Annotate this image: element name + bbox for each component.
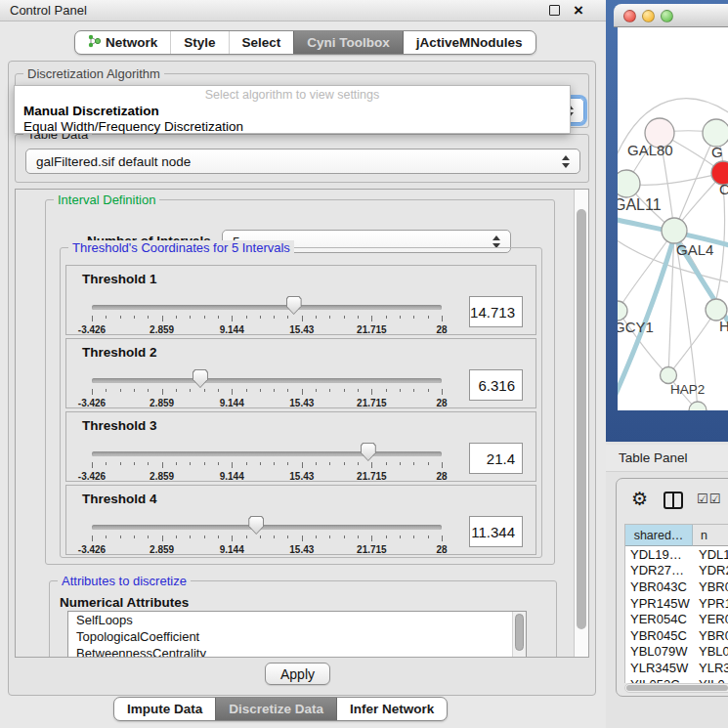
column-header-0[interactable]: shared… (625, 525, 693, 546)
node-label: GCY1 (618, 319, 654, 335)
network-window-titlebar[interactable] (614, 4, 728, 27)
tab-label: Infer Network (350, 702, 434, 716)
network-node[interactable] (689, 402, 707, 410)
threshold-value-field[interactable]: 14.713 (469, 296, 523, 327)
table-cell: YPR145W (625, 595, 693, 612)
minimize-traffic-light-icon[interactable] (642, 10, 655, 22)
panel-scrollbar[interactable] (574, 190, 588, 657)
select-columns-icon[interactable]: ☑☑ (697, 492, 721, 506)
scale-label: 2.859 (150, 544, 174, 555)
table-hscrollbar-thumb[interactable] (626, 685, 728, 691)
scale-label: -3.426 (78, 471, 106, 482)
table-row[interactable]: YBL079WYBL0 (625, 644, 728, 661)
slider-thumb[interactable] (193, 369, 208, 388)
attribute-item-selfloops[interactable]: SelfLoops (68, 612, 526, 628)
algorithm-option-manual-discretization[interactable]: Manual Discretization (15, 104, 570, 119)
split-columns-icon[interactable] (664, 492, 683, 509)
tab-label: Discretize Data (229, 702, 323, 716)
threshold-value-field[interactable]: 21.4 (469, 443, 523, 474)
threshold-value-field[interactable]: 6.316 (469, 369, 523, 401)
table-row[interactable]: YDR27…YDR2 (625, 563, 728, 579)
algorithm-popup-hint: Select algorithm to view settings (15, 86, 570, 104)
threshold-panel-3: Threshold 3-3.4262.8599.14415.4321.71528… (65, 411, 536, 482)
scale-label: 2.859 (150, 471, 174, 482)
network-node-gal4[interactable] (662, 218, 687, 243)
slider-scale-labels: -3.4262.8599.14415.4321.71528 (92, 324, 442, 335)
tab-infer-network[interactable]: Infer Network (336, 698, 447, 720)
column-header-1[interactable]: n (693, 525, 728, 546)
table-cell: YBL0 (693, 644, 728, 661)
right-side: GAL80GCGAL11GAL4GCY1HHAP2 Table Panel ⚙ … (606, 0, 728, 728)
scale-label: 21.715 (357, 398, 387, 408)
tab-network[interactable]: Network (75, 31, 170, 54)
table-cell: YLR345W (625, 660, 693, 676)
tab-select[interactable]: Select (229, 31, 294, 54)
table-data-group: Table Data galFiltered.sif default node (15, 134, 589, 183)
list-scrollbar[interactable] (512, 612, 526, 658)
node-label: GAL80 (627, 142, 673, 158)
node-label: GAL4 (676, 241, 713, 258)
list-scrollbar-thumb[interactable] (515, 614, 524, 651)
table-row[interactable]: YBR043CYBR0 (625, 578, 728, 595)
network-node-g[interactable] (703, 119, 728, 147)
table-panel-body: ⚙ ☑☑ shared…n YDL19…YDL1YDR27…YDR2YBR043… (606, 472, 728, 728)
network-node-hap2[interactable] (661, 367, 677, 384)
table-row[interactable]: YIL052CYIL0 (625, 676, 728, 683)
control-panel-window: Control Panel × NetworkStyleSelectCyni T… (0, 0, 606, 728)
threshold-label: Threshold 1 (82, 272, 157, 286)
table-data-combobox[interactable]: galFiltered.sif default node (25, 149, 580, 174)
slider-thumb[interactable] (286, 296, 302, 315)
table-row[interactable]: YBR045CYBR0 (625, 627, 728, 644)
gear-icon[interactable]: ⚙ (631, 490, 648, 509)
scale-label: -3.426 (78, 544, 106, 555)
table-row[interactable]: YLR345WYLR3 (625, 660, 728, 676)
algorithm-option-equal-width-frequency-discretization[interactable]: Equal Width/Frequency Discretization (15, 119, 570, 135)
table-cell: YIL052C (625, 676, 693, 683)
slider-track[interactable] (92, 305, 442, 310)
table-row[interactable]: YER054CYER0 (625, 611, 728, 627)
table-hscrollbar[interactable] (624, 683, 728, 693)
tab-label: Select (242, 35, 281, 50)
table-cell: YDR27… (625, 563, 693, 579)
combo-arrows-icon (562, 155, 570, 168)
tab-style[interactable]: Style (170, 31, 228, 54)
network-canvas[interactable]: GAL80GCGAL11GAL4GCY1HHAP2 (618, 27, 728, 410)
slider-scale-labels: -3.4262.8599.14415.4321.71528 (92, 471, 442, 482)
network-node-gcy1[interactable] (618, 301, 627, 321)
node-table[interactable]: shared…n YDL19…YDL1YDR27…YDR2YBR043CYBR0… (624, 524, 728, 683)
thresholds-group: Threshold's Coordinates for 5 Intervals … (60, 247, 542, 558)
slider-ticks (92, 389, 442, 396)
close-icon[interactable]: × (570, 0, 587, 21)
threshold-value-field[interactable]: 11.344 (469, 516, 523, 547)
tab-cyni-toolbox[interactable]: Cyni Toolbox (293, 31, 403, 54)
float-window-icon[interactable] (549, 5, 560, 16)
scale-label: 2.859 (150, 324, 174, 335)
network-edge (626, 173, 723, 185)
scale-label: 15.43 (289, 324, 314, 335)
table-cell: YLR3 (693, 660, 728, 676)
panel-scrollbar-thumb[interactable] (577, 209, 586, 629)
attribute-item-betweennesscentrality[interactable]: BetweennessCentrality (68, 645, 526, 658)
scale-label: 15.43 (289, 471, 314, 482)
table-row[interactable]: YDL19…YDL1 (625, 546, 728, 563)
slider-track[interactable] (92, 378, 442, 383)
attribute-item-topologicalcoefficient[interactable]: TopologicalCoefficient (68, 628, 526, 645)
slider-ticks (92, 316, 442, 322)
slider-thumb[interactable] (248, 516, 264, 535)
network-node-gal11[interactable] (618, 170, 640, 197)
numerical-attributes-list[interactable]: SelfLoopsTopologicalCoefficientBetweenne… (67, 611, 527, 658)
tab-discretize-data[interactable]: Discretize Data (215, 698, 336, 720)
apply-button[interactable]: Apply (265, 663, 330, 685)
scale-label: 9.144 (220, 398, 244, 408)
scale-label: 21.715 (357, 324, 387, 335)
slider-track[interactable] (92, 451, 442, 456)
zoom-traffic-light-icon[interactable] (661, 10, 673, 22)
scale-label: 15.43 (289, 544, 314, 555)
tab-jactivemnodules[interactable]: jActiveMNodules (403, 31, 535, 54)
slider-track[interactable] (92, 525, 442, 530)
tab-impute-data[interactable]: Impute Data (114, 698, 215, 720)
slider-thumb[interactable] (361, 443, 376, 461)
table-row[interactable]: YPR145WYPR1 (625, 595, 728, 612)
close-traffic-light-icon[interactable] (623, 10, 636, 22)
network-window-frame: GAL80GCGAL11GAL4GCY1HHAP2 (606, 0, 728, 442)
